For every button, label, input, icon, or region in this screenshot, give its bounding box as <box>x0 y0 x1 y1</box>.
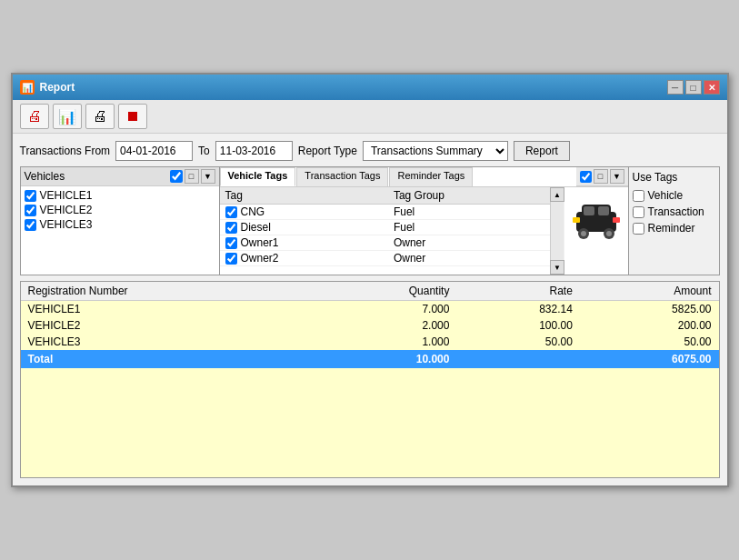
scroll-down-button[interactable]: ▼ <box>550 260 564 275</box>
use-tag-transaction: Transaction <box>633 205 715 218</box>
title-bar: 📊 Report ─ □ ✕ <box>13 75 727 100</box>
reg-number-cell: VEHICLE3 <box>21 334 315 350</box>
tag-group-cell: Owner <box>388 235 550 251</box>
panels-row: Vehicles □ ▼ VEHICLE1 VEHICLE2 <box>20 166 720 275</box>
cng-checkbox[interactable] <box>225 206 237 218</box>
tags-btn1[interactable]: □ <box>594 169 608 184</box>
vehicle2-checkbox[interactable] <box>25 205 36 216</box>
diesel-checkbox[interactable] <box>225 222 237 234</box>
report-type-select[interactable]: Transactions Summary Detailed Transactio… <box>363 141 508 161</box>
window-title: Report <box>40 81 75 94</box>
vehicle3-checkbox[interactable] <box>25 219 36 231</box>
owner2-label: Owner2 <box>241 252 279 265</box>
svg-rect-7 <box>598 206 609 215</box>
filter-row: Transactions From To Report Type Transac… <box>20 141 720 161</box>
col-reg-number: Registration Number <box>21 282 315 301</box>
report-button[interactable]: Report <box>514 141 570 161</box>
tags-scrollbar: ▲ ▼ <box>550 187 564 275</box>
rate-cell: 832.14 <box>456 301 579 318</box>
vehicles-check-group: □ ▼ <box>170 169 215 184</box>
reminder-tags-tab[interactable]: Reminder Tags <box>389 167 473 186</box>
vehicles-header: Vehicles □ ▼ <box>21 167 219 186</box>
vehicle-item: VEHICLE2 <box>23 203 217 217</box>
vehicles-btn1[interactable]: □ <box>185 169 199 184</box>
excel-button[interactable]: 📊 <box>53 104 82 129</box>
use-vehicle-label: Vehicle <box>648 189 684 202</box>
print-button[interactable]: 🖨 <box>85 104 115 129</box>
tags-tabs: Vehicle Tags Transaction Tags Reminder T… <box>220 167 628 187</box>
use-reminder-checkbox[interactable] <box>633 223 644 235</box>
tag-cell: Diesel <box>220 220 388 235</box>
scroll-up-button[interactable]: ▲ <box>550 187 564 202</box>
tags-table: Tag Tag Group CNG <box>220 187 550 275</box>
owner2-checkbox[interactable] <box>225 253 237 265</box>
vehicle3-label: VEHICLE3 <box>40 218 93 231</box>
tag-cell: Owner1 <box>220 235 388 251</box>
total-row: Total 10.000 6075.00 <box>21 350 719 368</box>
to-date-input[interactable] <box>215 141 293 161</box>
stop-button[interactable]: ⏹ <box>118 104 147 129</box>
tag-column-header: Tag <box>220 187 388 205</box>
use-reminder-label: Reminder <box>648 222 695 235</box>
use-vehicle-checkbox[interactable] <box>633 190 644 202</box>
tag-group-cell: Fuel <box>388 220 550 235</box>
vehicles-list: VEHICLE1 VEHICLE2 VEHICLE3 <box>21 186 219 275</box>
use-transaction-label: Transaction <box>648 205 704 218</box>
vehicles-check-all[interactable] <box>170 170 183 183</box>
quantity-cell: 2.000 <box>315 317 456 334</box>
close-button[interactable]: ✕ <box>704 80 720 95</box>
tag-row: Diesel Fuel <box>220 220 550 235</box>
print-setup-button[interactable]: 🖨 <box>20 104 49 129</box>
vehicle-tags-tab[interactable]: Vehicle Tags <box>220 167 296 186</box>
total-amount: 6075.00 <box>580 350 719 368</box>
tag-group-cell: Fuel <box>388 205 550 220</box>
reg-number-cell: VEHICLE2 <box>21 317 315 334</box>
total-label: Total <box>21 350 315 368</box>
data-table: Registration Number Quantity Rate Amount… <box>21 282 719 368</box>
from-date-input[interactable] <box>115 141 193 161</box>
tag-group-cell: Owner <box>388 251 550 266</box>
minimize-button[interactable]: ─ <box>667 80 684 95</box>
vehicle-item: VEHICLE3 <box>23 217 217 232</box>
owner1-label: Owner1 <box>241 236 279 249</box>
use-tags-panel: Use Tags Vehicle Transaction Reminder <box>629 166 720 275</box>
scroll-track[interactable] <box>551 202 564 260</box>
tag-group-column-header: Tag Group <box>388 187 550 205</box>
content-area: Transactions From To Report Type Transac… <box>13 134 727 485</box>
col-rate: Rate <box>456 282 579 301</box>
total-quantity: 10.000 <box>315 350 456 368</box>
tag-row: CNG Fuel <box>220 205 550 220</box>
reg-number-cell: VEHICLE1 <box>21 301 315 318</box>
data-table-container: Registration Number Quantity Rate Amount… <box>20 281 720 478</box>
transaction-tags-tab[interactable]: Transaction Tags <box>296 167 388 186</box>
car-icon <box>569 192 624 246</box>
tags-check-all[interactable] <box>580 171 592 183</box>
data-row: VEHICLE3 1.000 50.00 50.00 <box>21 334 719 350</box>
use-transaction-checkbox[interactable] <box>633 206 644 218</box>
from-label: Transactions From <box>20 145 111 157</box>
vehicles-btn2[interactable]: ▼ <box>201 169 215 184</box>
tag-cell: Owner2 <box>220 251 388 266</box>
to-label: To <box>198 145 210 157</box>
title-buttons: ─ □ ✕ <box>667 80 720 95</box>
tag-row: Owner1 Owner <box>220 235 550 251</box>
car-icon-area <box>564 187 628 251</box>
vehicles-panel: Vehicles □ ▼ VEHICLE1 VEHICLE2 <box>20 166 220 275</box>
use-tag-vehicle: Vehicle <box>633 189 715 202</box>
tags-panel: Vehicle Tags Transaction Tags Reminder T… <box>220 166 629 275</box>
owner1-checkbox[interactable] <box>225 237 237 249</box>
vehicle1-checkbox[interactable] <box>25 190 36 202</box>
svg-rect-8 <box>573 217 580 223</box>
tags-btn2[interactable]: ▼ <box>610 169 624 184</box>
vehicle2-label: VEHICLE2 <box>40 204 93 216</box>
maximize-button[interactable]: □ <box>685 80 702 95</box>
rate-cell: 100.00 <box>456 317 579 334</box>
data-row: VEHICLE2 2.000 100.00 200.00 <box>21 317 719 334</box>
title-bar-left: 📊 Report <box>20 80 75 95</box>
quantity-cell: 7.000 <box>315 301 456 318</box>
main-window: 📊 Report ─ □ ✕ 🖨 📊 🖨 ⏹ Transactions From… <box>11 73 729 487</box>
quantity-cell: 1.000 <box>315 334 456 350</box>
svg-rect-6 <box>584 206 594 215</box>
col-quantity: Quantity <box>315 282 456 301</box>
report-type-label: Report Type <box>298 145 357 157</box>
